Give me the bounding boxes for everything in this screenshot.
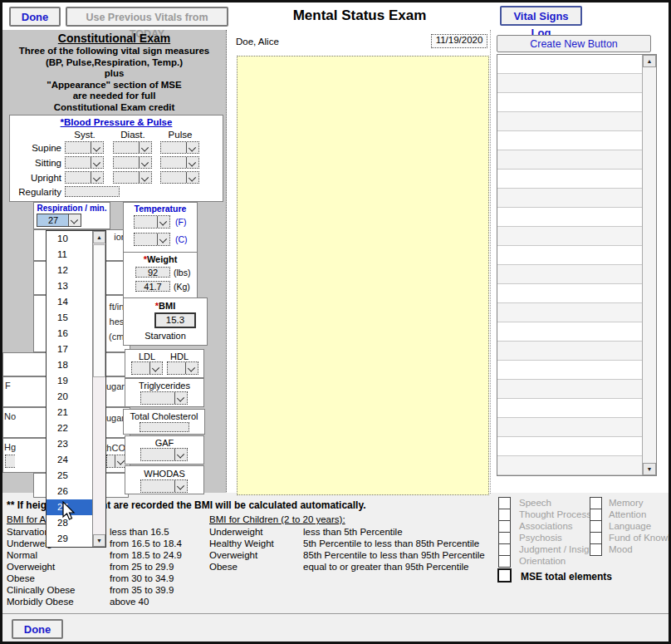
mse-total-label: MSE total elements — [521, 571, 612, 583]
supine-diast-combobox[interactable] — [113, 141, 152, 154]
chevron-down-icon — [159, 235, 167, 243]
dropdown-item[interactable]: 19 — [47, 373, 93, 389]
weight-kg-field[interactable]: 41.7 — [135, 281, 170, 292]
temperature-c-combobox[interactable] — [134, 233, 170, 246]
ldl-combobox[interactable] — [131, 361, 163, 375]
exam-date-field[interactable]: 11/19/2020 — [431, 34, 487, 48]
use-previous-vitals-button[interactable]: Use Previous Vitals from TODAY — [66, 7, 228, 27]
scrollbar-thumb[interactable] — [93, 244, 105, 377]
dropdown-item[interactable]: 13 — [47, 278, 93, 294]
hgba1c-label-fragment: Hg — [4, 442, 16, 452]
dropdown-item[interactable]: 29 — [47, 531, 93, 547]
constitutional-exam-line: plus — [2, 68, 226, 80]
patient-bar: Doe, Alice 11/19/2020 — [228, 33, 490, 51]
dropdown-item[interactable]: 23 — [47, 436, 93, 452]
ldl-label: LDL — [139, 351, 155, 361]
dropdown-item[interactable]: 20 — [47, 389, 93, 405]
scroll-down-icon[interactable]: ▼ — [93, 534, 105, 547]
upright-diast-combobox[interactable] — [113, 171, 152, 184]
chevron-down-icon — [188, 364, 195, 371]
mse-checkbox[interactable] — [498, 509, 511, 521]
mse-checkbox-column-right: MemoryAttentionLanguageFund of Knowldg.M… — [590, 497, 671, 555]
upright-syst-combobox[interactable] — [65, 171, 104, 184]
pulse-column-header: Pulse — [157, 130, 203, 140]
bmi-children-row: Healthy Weight5th Percentile to less tha… — [209, 538, 485, 550]
regularity-field[interactable] — [65, 186, 120, 197]
dropdown-item[interactable]: 17 — [47, 342, 93, 357]
total-cholesterol-field[interactable] — [140, 422, 189, 432]
sitting-pulse-combobox[interactable] — [160, 156, 199, 169]
dropdown-item[interactable]: 25 — [47, 468, 93, 484]
chevron-down-icon — [141, 159, 149, 166]
fasting-label-fragment: F — [5, 381, 11, 391]
dropdown-item[interactable]: 22 — [47, 420, 93, 436]
sitting-syst-combobox[interactable] — [65, 156, 104, 169]
supine-pulse-combobox[interactable] — [160, 141, 199, 154]
mse-checkbox[interactable] — [498, 532, 511, 544]
chevron-down-icon — [141, 174, 149, 181]
hdl-combobox[interactable] — [167, 361, 198, 375]
supine-syst-combobox[interactable] — [65, 141, 104, 154]
mse-checkbox[interactable] — [590, 543, 602, 556]
whodas-combobox[interactable] — [140, 479, 188, 493]
dropdown-item[interactable]: 12 — [47, 263, 93, 278]
constitutional-exam-line: Constitutional Exam credit — [2, 102, 226, 114]
temperature-f-combobox[interactable] — [134, 215, 170, 229]
chevron-down-icon — [189, 144, 196, 151]
mse-checkbox[interactable] — [590, 509, 602, 521]
dropdown-item[interactable]: 24 — [47, 452, 93, 468]
chevron-down-icon — [93, 159, 100, 166]
respiration-combobox[interactable]: 27 — [37, 214, 81, 227]
sitting-row-label: Sitting — [12, 158, 61, 168]
dropdown-item[interactable]: 10 — [47, 231, 93, 247]
mse-checkbox[interactable] — [590, 497, 602, 509]
vital-signs-log-button[interactable]: Vital Signs Log — [500, 6, 582, 26]
hgba1c-combobox[interactable] — [5, 455, 15, 468]
total-cholesterol-label: Total Cholesterol — [124, 411, 204, 421]
mse-notes-textarea[interactable] — [237, 56, 489, 495]
page-title: Mental Status Exam — [293, 7, 427, 24]
mse-checkbox[interactable] — [498, 555, 511, 568]
mse-checkbox[interactable] — [590, 520, 602, 533]
chevron-down-icon — [71, 216, 78, 224]
respiration-dropdown-list[interactable]: 1011121314151617181920212223242526272829… — [46, 230, 106, 548]
upright-row-label: Upright — [12, 173, 61, 183]
mse-total-checkbox[interactable] — [497, 568, 512, 583]
dropdown-item[interactable]: 26 — [47, 484, 93, 499]
triglycerides-combobox[interactable] — [140, 391, 188, 405]
scroll-down-icon[interactable]: ▼ — [643, 463, 656, 475]
gaf-combobox[interactable] — [140, 448, 188, 461]
fasting-label-fragment-tail: ugar — [106, 381, 125, 391]
vitals-log-listbox[interactable]: ▲ ▼ — [497, 54, 657, 476]
dropdown-item[interactable]: 16 — [47, 326, 93, 342]
scroll-up-icon[interactable]: ▲ — [643, 55, 656, 67]
done-button-top[interactable]: Done — [9, 7, 61, 27]
dropdown-item[interactable]: 11 — [47, 247, 93, 263]
weight-lbs-field[interactable]: 92 — [135, 267, 170, 278]
scroll-up-icon[interactable]: ▲ — [93, 231, 105, 243]
dropdown-item[interactable]: 21 — [47, 405, 93, 420]
whodas-label: WHODAS — [125, 469, 203, 479]
mse-checkbox[interactable] — [590, 532, 602, 544]
syst-column-header: Syst. — [61, 130, 108, 140]
respiration-value: 27 — [37, 214, 69, 226]
bmi-section: *BMI 15.3 Starvation — [123, 297, 208, 346]
chevron-down-icon — [177, 482, 184, 489]
dropdown-item[interactable]: 14 — [47, 294, 93, 310]
upright-pulse-combobox[interactable] — [160, 171, 199, 184]
done-button-bottom[interactable]: Done — [12, 619, 63, 639]
gaf-section: GAF — [125, 435, 204, 465]
constitutional-exam-line: Three of the following vital sign measur… — [2, 46, 226, 57]
mse-checkbox[interactable] — [498, 543, 511, 556]
dropdown-item[interactable]: 18 — [47, 357, 93, 373]
create-new-button[interactable]: Create New Button — [497, 35, 651, 52]
temperature-label: Temperature — [124, 204, 197, 214]
mse-checkbox[interactable] — [498, 497, 511, 509]
center-right-divider — [490, 30, 491, 494]
kg-unit-label: (Kg) — [174, 282, 190, 292]
dropdown-scrollbar[interactable]: ▲ ▼ — [92, 231, 105, 547]
mse-checkbox[interactable] — [498, 520, 511, 533]
listbox-scrollbar[interactable]: ▲ ▼ — [642, 55, 656, 475]
sitting-diast-combobox[interactable] — [113, 156, 152, 169]
dropdown-item[interactable]: 15 — [47, 310, 93, 326]
